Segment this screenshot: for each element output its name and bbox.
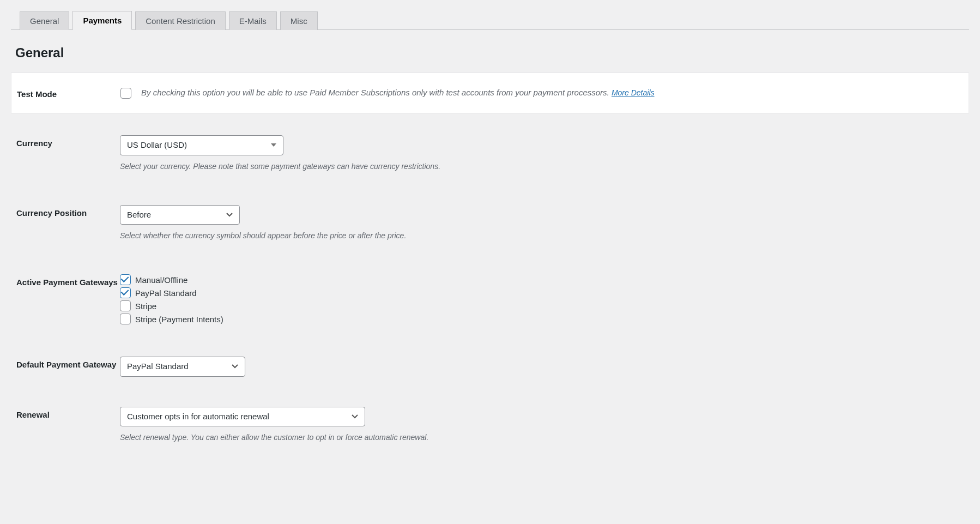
renewal-row: Renewal Customer opts in for automatic r… <box>11 407 969 444</box>
gateway-checkbox-manual[interactable] <box>120 274 131 285</box>
gateway-list: Manual/Offline PayPal Standard Stripe St… <box>120 274 958 324</box>
active-gateways-row: Active Payment Gateways Manual/Offline P… <box>11 274 969 327</box>
tab-general[interactable]: General <box>20 11 69 30</box>
gateway-label-stripe: Stripe <box>135 302 156 311</box>
test-mode-row: Test Mode By checking this option you wi… <box>11 73 969 113</box>
more-details-link[interactable]: More Details <box>612 88 655 97</box>
gateway-option-manual[interactable]: Manual/Offline <box>120 274 958 285</box>
default-gateway-label: Default Payment Gateway <box>11 357 120 370</box>
gateway-option-paypal[interactable]: PayPal Standard <box>120 287 958 298</box>
default-gateway-select[interactable]: PayPal Standard <box>120 357 245 377</box>
currency-row: Currency US Dollar (USD) Select your cur… <box>11 135 969 172</box>
gateway-option-stripe-intents[interactable]: Stripe (Payment Intents) <box>120 314 958 324</box>
currency-description: Select your currency. Please note that s… <box>120 161 958 172</box>
tab-content-restriction[interactable]: Content Restriction <box>135 11 226 30</box>
renewal-select[interactable]: Customer opts in for automatic renewal <box>120 407 365 427</box>
currency-label: Currency <box>11 135 120 149</box>
page-title: General <box>15 45 969 61</box>
currency-position-description: Select whether the currency symbol shoul… <box>120 230 958 242</box>
active-gateways-label: Active Payment Gateways <box>11 274 120 288</box>
currency-select[interactable]: US Dollar (USD) <box>120 135 283 155</box>
renewal-description: Select renewal type. You can either allo… <box>120 432 958 443</box>
gateway-option-stripe[interactable]: Stripe <box>120 300 958 311</box>
test-mode-checkbox[interactable] <box>120 88 131 99</box>
settings-tabs: General Payments Content Restriction E-M… <box>11 0 969 30</box>
gateway-checkbox-stripe[interactable] <box>120 300 131 311</box>
currency-position-label: Currency Position <box>11 205 120 219</box>
default-gateway-row: Default Payment Gateway PayPal Standard <box>11 357 969 377</box>
gateway-label-stripe-intents: Stripe (Payment Intents) <box>135 315 223 324</box>
gateway-checkbox-stripe-intents[interactable] <box>120 314 131 324</box>
currency-position-row: Currency Position Before Select whether … <box>11 205 969 242</box>
renewal-label: Renewal <box>11 407 120 420</box>
gateway-label-paypal: PayPal Standard <box>135 288 197 298</box>
tab-payments[interactable]: Payments <box>72 11 132 30</box>
test-mode-description: By checking this option you will be able… <box>141 88 612 97</box>
gateway-checkbox-paypal[interactable] <box>120 287 131 298</box>
gateway-label-manual: Manual/Offline <box>135 275 187 285</box>
tab-emails[interactable]: E-Mails <box>229 11 277 30</box>
test-mode-label: Test Mode <box>11 86 120 100</box>
currency-position-select[interactable]: Before <box>120 205 240 225</box>
tab-misc[interactable]: Misc <box>280 11 318 30</box>
